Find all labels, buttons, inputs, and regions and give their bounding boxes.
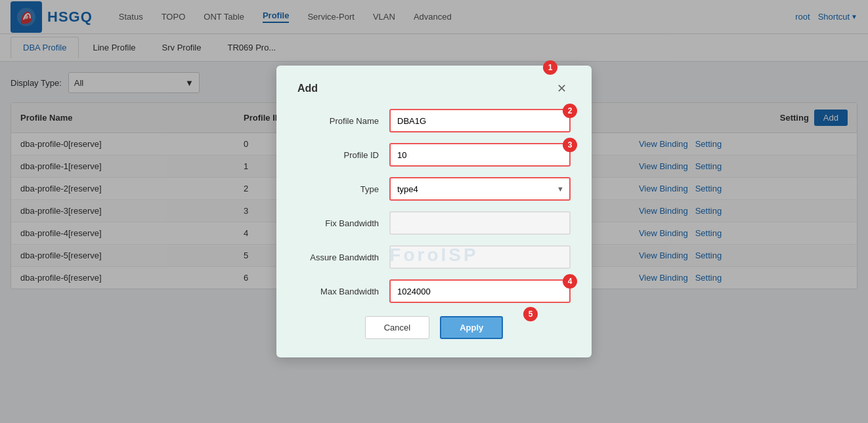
type-select[interactable]: type1 type2 type3 type4: [389, 177, 571, 201]
profile-id-label: Profile ID: [297, 150, 389, 160]
modal-title: Add: [297, 83, 318, 94]
step-badge-3: 3: [563, 138, 577, 152]
step-badge-4: 4: [563, 274, 577, 289]
profile-name-input[interactable]: [389, 109, 571, 132]
max-bandwidth-input[interactable]: [389, 279, 571, 300]
type-label: Type: [297, 184, 389, 194]
step-badge-1: 1: [543, 60, 557, 75]
form-row-fix-bandwidth: Fix Bandwidth: [297, 211, 571, 235]
profile-id-input[interactable]: [389, 143, 571, 167]
assure-bandwidth-label: Assure Bandwidth: [297, 252, 389, 262]
form-row-profile-name: 2 Profile Name: [297, 109, 571, 132]
assure-bandwidth-input[interactable]: [389, 245, 571, 269]
form-row-assure-bandwidth: Assure Bandwidth: [297, 245, 571, 269]
modal-overlay: 1 Add ✕ 2 Profile Name 3 Profile ID Typ: [0, 0, 868, 300]
modal-close-button[interactable]: ✕: [553, 81, 571, 96]
modal-header: Add ✕: [297, 81, 571, 96]
profile-name-label: Profile Name: [297, 116, 389, 126]
form-row-max-bandwidth: 4 Max Bandwidth: [297, 279, 571, 300]
form-row-profile-id: 3 Profile ID: [297, 143, 571, 167]
type-select-wrap: type1 type2 type3 type4 ▼: [389, 177, 571, 201]
fix-bandwidth-label: Fix Bandwidth: [297, 218, 389, 228]
fix-bandwidth-input[interactable]: [389, 211, 571, 235]
form-row-type: Type type1 type2 type3 type4 ▼: [297, 177, 571, 201]
max-bandwidth-label: Max Bandwidth: [297, 287, 389, 296]
modal: 1 Add ✕ 2 Profile Name 3 Profile ID Typ: [276, 66, 592, 300]
step-badge-2: 2: [563, 104, 577, 118]
